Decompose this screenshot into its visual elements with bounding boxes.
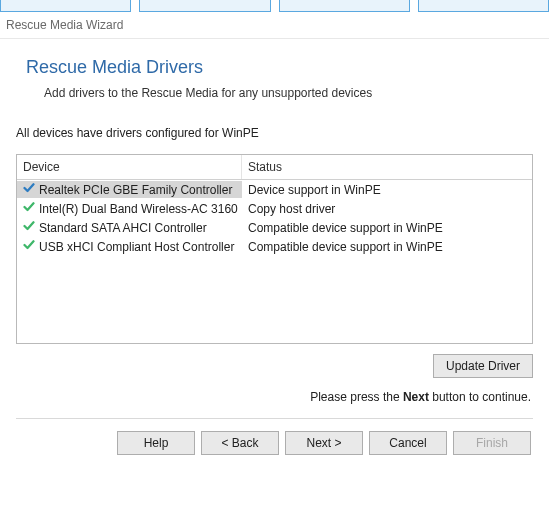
device-cell: Realtek PCIe GBE Family Controller <box>17 181 242 198</box>
divider <box>16 418 533 419</box>
driver-status-summary: All devices have drivers configured for … <box>16 126 533 140</box>
status-cell: Copy host driver <box>242 200 532 217</box>
check-icon <box>23 201 35 216</box>
device-name: Realtek PCIe GBE Family Controller <box>39 183 232 197</box>
window-tab[interactable] <box>139 0 270 12</box>
device-name: Standard SATA AHCI Controller <box>39 221 207 235</box>
window-tabstrip <box>0 0 549 14</box>
table-row[interactable]: USB xHCI Compliant Host ControllerCompat… <box>17 237 532 256</box>
window-tab[interactable] <box>0 0 131 12</box>
column-header-device[interactable]: Device <box>17 155 242 179</box>
page-title: Rescue Media Drivers <box>26 57 523 78</box>
help-button[interactable]: Help <box>117 431 195 455</box>
device-cell: Intel(R) Dual Band Wireless-AC 3160 <box>17 200 242 217</box>
device-table[interactable]: Device Status Realtek PCIe GBE Family Co… <box>16 154 533 344</box>
status-text: Device support in WinPE <box>248 183 381 197</box>
status-text: Copy host driver <box>248 202 335 216</box>
hint-bold: Next <box>403 390 429 404</box>
table-row[interactable]: Standard SATA AHCI ControllerCompatible … <box>17 218 532 237</box>
finish-button[interactable]: Finish <box>453 431 531 455</box>
check-icon <box>23 239 35 254</box>
status-cell: Device support in WinPE <box>242 181 532 198</box>
window-title: Rescue Media Wizard <box>0 14 549 39</box>
status-cell: Compatible device support in WinPE <box>242 238 532 255</box>
table-row[interactable]: Realtek PCIe GBE Family ControllerDevice… <box>17 180 532 199</box>
wizard-button-row: Help < Back Next > Cancel Finish <box>16 431 533 455</box>
hint-post: button to continue. <box>429 390 531 404</box>
next-button[interactable]: Next > <box>285 431 363 455</box>
check-icon <box>23 220 35 235</box>
window-tab[interactable] <box>279 0 410 12</box>
hint-pre: Please press the <box>310 390 403 404</box>
wizard-hint: Please press the Next button to continue… <box>16 382 533 414</box>
wizard-header: Rescue Media Drivers Add drivers to the … <box>0 39 549 110</box>
back-button[interactable]: < Back <box>201 431 279 455</box>
check-icon <box>23 182 35 197</box>
status-cell: Compatible device support in WinPE <box>242 219 532 236</box>
device-name: Intel(R) Dual Band Wireless-AC 3160 <box>39 202 238 216</box>
cancel-button[interactable]: Cancel <box>369 431 447 455</box>
table-header: Device Status <box>17 155 532 180</box>
window-tab[interactable] <box>418 0 549 12</box>
device-name: USB xHCI Compliant Host Controller <box>39 240 234 254</box>
status-text: Compatible device support in WinPE <box>248 221 443 235</box>
column-header-status[interactable]: Status <box>242 155 532 179</box>
device-cell: Standard SATA AHCI Controller <box>17 219 242 236</box>
table-row[interactable]: Intel(R) Dual Band Wireless-AC 3160Copy … <box>17 199 532 218</box>
update-driver-button[interactable]: Update Driver <box>433 354 533 378</box>
status-text: Compatible device support in WinPE <box>248 240 443 254</box>
page-subtitle: Add drivers to the Rescue Media for any … <box>26 86 523 100</box>
device-cell: USB xHCI Compliant Host Controller <box>17 238 242 255</box>
